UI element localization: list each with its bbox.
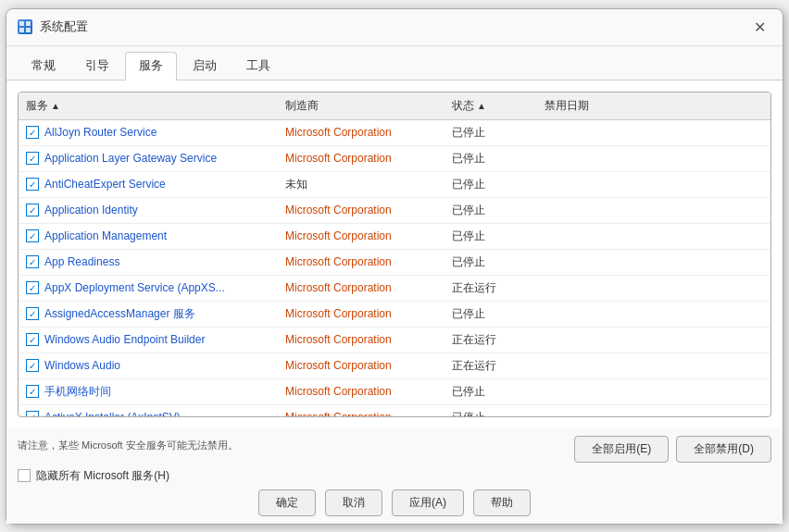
table-row[interactable]: ActiveX Installer (AxInstSV) Microsoft C…	[19, 405, 770, 416]
svg-rect-2	[19, 28, 24, 32]
service-name: AssignedAccessManager 服务	[44, 306, 195, 322]
status-cell: 已停止	[448, 201, 541, 220]
table-row[interactable]: Application Identity Microsoft Corporati…	[19, 198, 770, 224]
table-header: 服务 ▲ 制造商 状态 ▲ 禁用日期	[19, 93, 770, 120]
status-cell: 正在运行	[448, 278, 541, 298]
enable-all-button[interactable]: 全部启用(E)	[574, 436, 669, 463]
service-name: 手机网络时间	[44, 384, 111, 400]
service-checkbox[interactable]	[26, 411, 39, 416]
date-cell	[541, 390, 652, 393]
svg-rect-0	[19, 21, 24, 26]
status-cell: 已停止	[448, 304, 541, 324]
service-checkbox[interactable]	[26, 255, 39, 268]
manufacturer-cell: Microsoft Corporation	[282, 409, 448, 416]
service-checkbox[interactable]	[26, 307, 39, 320]
service-name: Windows Audio Endpoint Builder	[44, 333, 205, 346]
service-name-cell: Application Management	[22, 228, 282, 244]
date-cell	[541, 364, 652, 367]
service-name: Windows Audio	[44, 359, 120, 372]
service-name: AllJoyn Router Service	[44, 126, 157, 139]
table-row[interactable]: Windows Audio Endpoint Builder Microsoft…	[19, 328, 770, 353]
service-name-cell: 手机网络时间	[22, 382, 282, 402]
manufacturer-cell: Microsoft Corporation	[282, 124, 448, 141]
service-name-cell: AntiCheatExpert Service	[22, 176, 282, 192]
date-cell	[541, 182, 652, 186]
status-cell: 已停止	[448, 253, 541, 272]
system-config-window: 系统配置 ✕ 常规 引导 服务 启动 工具 服务 ▲ 制造商 状态 ▲	[6, 8, 783, 525]
table-row[interactable]: AllJoyn Router Service Microsoft Corpora…	[19, 120, 770, 146]
service-name-cell: AllJoyn Router Service	[22, 124, 282, 141]
header-disabled-date[interactable]: 禁用日期	[541, 96, 652, 116]
table-row[interactable]: 手机网络时间 Microsoft Corporation 已停止	[19, 379, 770, 405]
status-cell: 正在运行	[448, 330, 541, 350]
manufacturer-cell: 未知	[282, 175, 448, 194]
date-cell	[541, 286, 652, 290]
manufacturer-cell: Microsoft Corporation	[282, 383, 448, 400]
manufacturer-cell: Microsoft Corporation	[282, 254, 448, 270]
hide-ms-checkbox[interactable]	[18, 469, 31, 482]
service-name: App Readiness	[44, 255, 119, 268]
table-row[interactable]: AssignedAccessManager 服务 Microsoft Corpo…	[19, 302, 770, 328]
tab-services[interactable]: 服务	[125, 52, 177, 80]
service-checkbox[interactable]	[26, 152, 39, 165]
header-status[interactable]: 状态 ▲	[448, 96, 541, 116]
window-icon	[18, 19, 32, 34]
status-cell: 正在运行	[448, 356, 541, 376]
footer-area: 请注意，某些 Microsoft 安全服务可能无法禁用。 全部启用(E) 全部禁…	[6, 428, 783, 524]
help-button[interactable]: 帮助	[473, 489, 531, 516]
date-cell	[541, 208, 652, 212]
footer-note: 请注意，某些 Microsoft 安全服务可能无法禁用。	[18, 439, 238, 452]
services-table-body[interactable]: AllJoyn Router Service Microsoft Corpora…	[19, 120, 770, 416]
window-title: 系统配置	[40, 19, 88, 35]
tab-boot[interactable]: 引导	[71, 52, 123, 80]
date-cell	[541, 234, 652, 238]
table-row[interactable]: Windows Audio Microsoft Corporation 正在运行	[19, 353, 770, 379]
service-name: AppX Deployment Service (AppXS...	[44, 281, 225, 294]
table-row[interactable]: Application Management Microsoft Corpora…	[19, 224, 770, 250]
service-checkbox[interactable]	[26, 126, 39, 139]
cancel-button[interactable]: 取消	[325, 489, 382, 516]
close-button[interactable]: ✕	[748, 17, 771, 38]
manufacturer-cell: Microsoft Corporation	[282, 228, 448, 244]
service-name-cell: AppX Deployment Service (AppXS...	[22, 279, 282, 296]
service-name-cell: Application Identity	[22, 202, 282, 218]
tab-tools[interactable]: 工具	[232, 52, 284, 80]
sort-icon: ▲	[51, 101, 60, 111]
service-checkbox[interactable]	[26, 178, 39, 191]
status-cell: 已停止	[448, 175, 541, 194]
service-name: Application Management	[44, 229, 167, 242]
tab-startup[interactable]: 启动	[179, 52, 231, 80]
manufacturer-cell: Microsoft Corporation	[282, 305, 448, 322]
status-cell: 已停止	[448, 382, 541, 402]
svg-rect-1	[26, 21, 31, 26]
service-checkbox[interactable]	[26, 359, 39, 372]
date-cell	[541, 415, 652, 416]
disable-all-button[interactable]: 全部禁用(D)	[676, 436, 771, 463]
tab-general[interactable]: 常规	[18, 52, 69, 80]
status-cell: 已停止	[448, 408, 541, 416]
table-row[interactable]: App Readiness Microsoft Corporation 已停止	[19, 250, 770, 276]
table-row[interactable]: AntiCheatExpert Service 未知 已停止	[19, 172, 770, 198]
service-name: Application Layer Gateway Service	[44, 152, 217, 165]
bottom-buttons: 确定 取消 应用(A) 帮助	[18, 489, 771, 516]
svg-rect-3	[26, 28, 31, 32]
ok-button[interactable]: 确定	[258, 489, 316, 516]
hide-ms-service-option[interactable]: 隐藏所有 Microsoft 服务(H)	[18, 468, 169, 484]
service-checkbox[interactable]	[26, 333, 39, 346]
table-row[interactable]: AppX Deployment Service (AppXS... Micros…	[19, 276, 770, 302]
tab-bar: 常规 引导 服务 启动 工具	[6, 46, 783, 80]
service-checkbox[interactable]	[26, 281, 39, 294]
service-checkbox[interactable]	[26, 229, 39, 242]
header-manufacturer[interactable]: 制造商	[282, 96, 448, 116]
apply-button[interactable]: 应用(A)	[392, 489, 464, 516]
service-checkbox[interactable]	[26, 204, 39, 217]
table-row[interactable]: Application Layer Gateway Service Micros…	[19, 146, 770, 172]
header-service[interactable]: 服务 ▲	[22, 96, 282, 116]
services-panel: 服务 ▲ 制造商 状态 ▲ 禁用日期 AllJoyn Router	[18, 92, 771, 417]
date-cell	[541, 338, 652, 341]
service-name-cell: AssignedAccessManager 服务	[22, 304, 282, 324]
date-cell	[541, 156, 652, 160]
service-name: Application Identity	[44, 204, 138, 217]
date-cell	[541, 260, 652, 264]
service-checkbox[interactable]	[26, 385, 39, 398]
